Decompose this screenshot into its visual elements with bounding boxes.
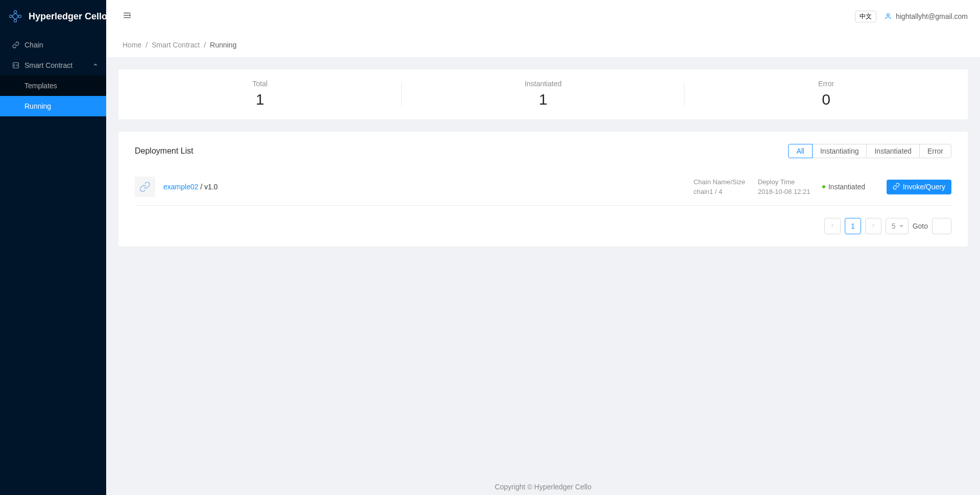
copyright-prefix: Copyright [495, 483, 527, 491]
svg-point-8 [887, 14, 890, 16]
svg-point-1 [18, 15, 21, 17]
deployment-icon [135, 177, 155, 197]
sidebar-item-label: Chain [24, 41, 98, 49]
copyright-icon: © [527, 483, 532, 491]
footer: Copyright © Hyperledger Cello [106, 471, 980, 495]
logo[interactable]: Hyperledger Cello [0, 0, 106, 33]
button-label: Invoke/Query [903, 183, 945, 191]
sidebar-item-chain[interactable]: Chain [0, 35, 106, 55]
menu-fold-icon[interactable] [118, 11, 136, 22]
page-size-value: 5 [892, 222, 896, 230]
pagination: 1 5 Goto [135, 218, 951, 234]
stat-total: Total 1 [118, 80, 402, 109]
sidebar-item-running[interactable]: Running [0, 96, 106, 116]
link-icon [12, 41, 19, 48]
breadcrumb-current: Running [210, 41, 236, 49]
chain-label: Chain Name/Size [694, 178, 750, 186]
breadcrumb-separator: / [204, 41, 206, 49]
stat-title: Instantiated [402, 80, 685, 88]
breadcrumb-home[interactable]: Home [122, 41, 141, 49]
next-page-button[interactable] [865, 218, 881, 234]
filter-error[interactable]: Error [919, 144, 951, 158]
svg-point-2 [14, 19, 16, 22]
breadcrumb-bar: Home / Smart Contract / Running [106, 33, 980, 57]
deploy-time-info: Deploy Time 2018-10-08 12:21 [758, 178, 814, 195]
filter-radio-group: All Instantiating Instantiated Error [788, 144, 951, 158]
prev-page-button[interactable] [824, 218, 841, 234]
svg-point-3 [10, 15, 12, 17]
status-text: Instantiated [828, 183, 865, 191]
breadcrumb-separator: / [145, 41, 148, 49]
nav-menu: Chain Smart Contract Templates Running [0, 33, 106, 116]
chevron-right-icon [870, 222, 876, 230]
page-1-button[interactable]: 1 [845, 218, 861, 234]
sidebar-item-label: Smart Contract [24, 61, 72, 69]
stat-value: 1 [402, 90, 685, 109]
deployment-version: / v1.0 [199, 183, 218, 191]
logo-text: Hyperledger Cello [29, 11, 107, 22]
breadcrumb: Home / Smart Contract / Running [122, 41, 964, 49]
sidebar-item-label: Templates [24, 82, 98, 90]
sidebar: Hyperledger Cello Chain Smart Contract [0, 0, 106, 495]
deployment-list-card: Deployment List All Instantiating Instan… [118, 132, 968, 246]
sidebar-item-smart-contract[interactable]: Smart Contract [0, 55, 106, 76]
svg-point-0 [14, 11, 16, 13]
time-label: Deploy Time [758, 178, 814, 186]
api-icon [893, 183, 900, 191]
status-badge: Instantiated [822, 183, 878, 191]
filter-instantiated[interactable]: Instantiated [866, 144, 919, 158]
chain-value: chain1 / 4 [694, 188, 750, 195]
goto-input[interactable] [932, 218, 951, 234]
chain-info: Chain Name/Size chain1 / 4 [694, 178, 750, 195]
goto-label: Goto [913, 222, 928, 230]
stats-card: Total 1 Instantiated 1 Error 0 [118, 69, 968, 119]
stat-instantiated: Instantiated 1 [402, 80, 685, 109]
code-icon [12, 62, 19, 69]
stat-title: Error [684, 80, 968, 88]
sidebar-item-templates[interactable]: Templates [0, 76, 106, 96]
filter-all[interactable]: All [788, 144, 813, 158]
language-button[interactable]: 中文 [855, 11, 876, 22]
user-email: hightallyht@gmail.com [896, 12, 968, 20]
stat-value: 1 [118, 90, 402, 109]
status-dot-icon [822, 185, 825, 188]
header: 中文 hightallyht@gmail.com [106, 0, 980, 33]
time-value: 2018-10-08 12:21 [758, 188, 814, 195]
user-icon [885, 13, 892, 20]
copyright-suffix: Hyperledger Cello [532, 483, 592, 491]
filter-instantiating[interactable]: Instantiating [812, 144, 867, 158]
user-menu[interactable]: hightallyht@gmail.com [885, 12, 968, 20]
invoke-query-button[interactable]: Invoke/Query [887, 180, 951, 194]
sidebar-item-label: Running [24, 102, 98, 110]
svg-rect-4 [13, 63, 19, 68]
deployment-name[interactable]: example02 [163, 183, 199, 191]
breadcrumb-section[interactable]: Smart Contract [152, 41, 200, 49]
chevron-left-icon [829, 222, 836, 230]
chevron-up-icon [93, 62, 98, 68]
list-item: example02 / v1.0 Chain Name/Size chain1 … [135, 168, 951, 206]
list-title: Deployment List [135, 146, 193, 156]
stat-error: Error 0 [684, 80, 968, 109]
stat-value: 0 [684, 90, 968, 109]
stat-title: Total [118, 80, 402, 88]
logo-icon [8, 8, 22, 24]
page-size-select[interactable]: 5 [886, 218, 909, 234]
